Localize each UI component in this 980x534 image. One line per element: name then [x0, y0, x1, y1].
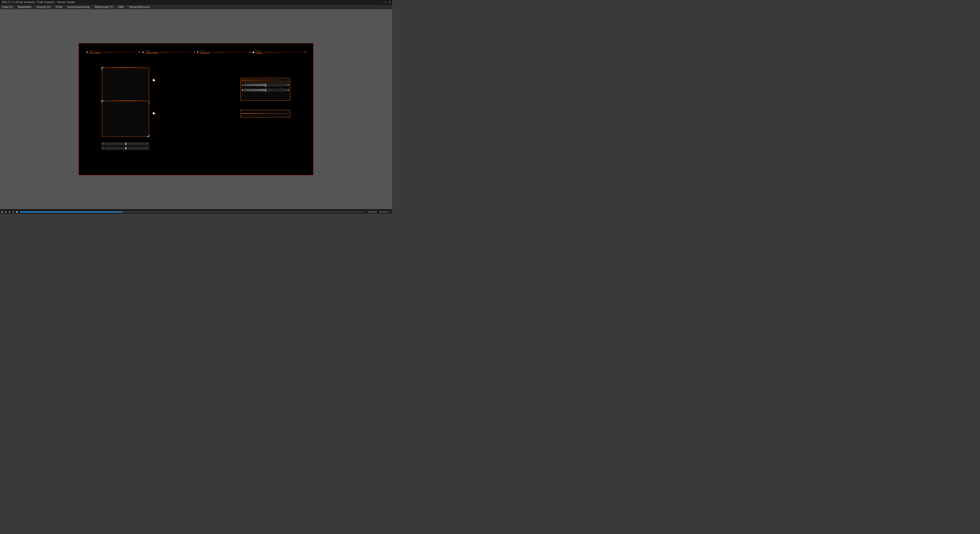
donation-labels: LATEST DONATION — [200, 50, 210, 54]
webcam2-arrow: ▶ — [153, 111, 156, 115]
mixer-bar-2[interactable] — [244, 89, 286, 91]
cheer-labels: LATEST CHEER — [256, 50, 262, 54]
maximize-btn[interactable]: □ — [385, 1, 387, 3]
vol-row-1: ★ ♥ — [101, 142, 149, 146]
menubar: Datei (F) Bearbeiten Ansicht (V) Profil … — [0, 5, 392, 9]
menu-hilfe[interactable]: Hilfe — [117, 5, 125, 8]
vol-icon-1: ★ — [102, 143, 104, 145]
mixer-panel-2 — [240, 110, 290, 118]
preview-canvas: ♥ LATEST FOLLOWER ★ LATEST SUBSCRIBER — [79, 43, 313, 175]
mixer-handle-1[interactable] — [266, 83, 266, 87]
vol-track-2[interactable] — [105, 148, 145, 149]
titlebar: OBS 27.1.3 (64-bit, windows) - Profil: A… — [0, 0, 392, 5]
follower-section: ♥ LATEST FOLLOWER — [86, 50, 140, 54]
mixer-row-1 — [242, 83, 289, 87]
corner-br-2 — [147, 135, 149, 137]
mixer-dot-2 — [242, 89, 243, 91]
vol-icon-end-1: ♥ — [146, 143, 148, 145]
webcam1-arrow: ▶ — [153, 78, 156, 82]
mixer2-line — [242, 113, 289, 114]
vol-sliders: ★ ♥ ● ● — [101, 142, 149, 151]
minimize-btn[interactable]: ─ — [381, 1, 383, 3]
window-controls[interactable]: ─ □ ✕ — [381, 1, 390, 3]
mixer-fill-2 — [244, 89, 266, 91]
menu-ansicht[interactable]: Ansicht (V) — [36, 5, 52, 8]
subscriber-icon: ★ — [142, 51, 144, 54]
corner-tl — [102, 67, 103, 69]
donation-icon: $ — [197, 51, 199, 54]
timer-display: 00:00:00 -00:00:01 — [366, 211, 390, 213]
bottom-panel: ▶ ⚙ ⊕ ⏸ ⏹ 00:00:00 -00:00:01 Szenen + Li… — [0, 209, 392, 214]
live-timer: 00:00:00 — [368, 211, 377, 213]
preview-container: ♥ LATEST FOLLOWER ★ LATEST SUBSCRIBER — [0, 9, 392, 209]
play-btn[interactable]: ▶ — [2, 211, 3, 213]
follower-labels: LATEST FOLLOWER — [89, 50, 101, 54]
settings-scene-btn[interactable]: ⚙ — [5, 211, 7, 213]
pause-btn[interactable]: ⏸ — [12, 211, 14, 213]
vol-knob-1[interactable] — [125, 143, 126, 145]
main-area: ♥ LATEST FOLLOWER ★ LATEST SUBSCRIBER — [0, 9, 392, 209]
timeline-bar: ▶ ⚙ ⊕ ⏸ ⏹ 00:00:00 -00:00:01 — [0, 210, 392, 214]
close-btn[interactable]: ✕ — [388, 1, 390, 3]
donation-line — [211, 52, 250, 52]
webcam-box-1 — [102, 68, 149, 103]
mixer-panel-1 — [240, 78, 290, 101]
vol-track-1[interactable] — [105, 143, 145, 145]
stop-btn[interactable]: ⏹ — [16, 211, 18, 213]
menu-bearbeiten[interactable]: Bearbeiten — [17, 5, 33, 8]
cheer-line — [264, 52, 305, 52]
overlay-bar: ♥ LATEST FOLLOWER ★ LATEST SUBSCRIBER — [86, 48, 305, 56]
follower-line — [102, 52, 140, 52]
mixer-handle-2[interactable] — [266, 89, 266, 92]
mixer-bar-1[interactable] — [244, 84, 286, 86]
vol-knob-2[interactable] — [125, 147, 126, 149]
timeline-fill — [20, 211, 123, 213]
vol-icon-end-2: ● — [146, 147, 148, 149]
mixer-fill-1 — [244, 84, 266, 86]
subscriber-section: ★ LATEST SUBSCRIBER — [142, 50, 195, 54]
mixer-header-line — [242, 80, 289, 80]
window-title: OBS 27.1.3 (64-bit, windows) - Profil: A… — [2, 1, 381, 3]
donation-section: $ LATEST DONATION — [197, 50, 250, 54]
cheer-section: ◆ LATEST CHEER — [252, 50, 306, 54]
menu-werkzeuge[interactable]: Werkzeuge (T) — [94, 5, 115, 8]
timeline-progress[interactable] — [20, 211, 364, 213]
subscriber-line — [159, 52, 195, 52]
menu-streamelements[interactable]: StreamElements — [128, 5, 151, 8]
menu-profil[interactable]: Profil — [55, 5, 63, 8]
follower-icon: ♥ — [86, 51, 88, 54]
mixer-dot-right-1 — [287, 84, 289, 86]
vol-row-2: ● ● — [101, 146, 149, 150]
webcam-box-2 — [102, 101, 149, 137]
vol-icon-2: ● — [102, 147, 104, 149]
filter-btn[interactable]: ⊕ — [8, 211, 11, 213]
menu-datei[interactable]: Datei (F) — [1, 5, 14, 8]
menu-szenensammlung[interactable]: Szenensammlung — [66, 5, 91, 8]
mixer-row-2 — [242, 88, 289, 92]
mixer-dot-right-2 — [287, 89, 289, 91]
rec-timer: -00:00:01 — [379, 211, 388, 213]
corner-tl-2 — [102, 100, 103, 103]
cheer-icon: ◆ — [252, 51, 255, 54]
mixer-dot-orange — [242, 84, 243, 86]
subscriber-labels: LATEST SUBSCRIBER — [145, 50, 159, 54]
